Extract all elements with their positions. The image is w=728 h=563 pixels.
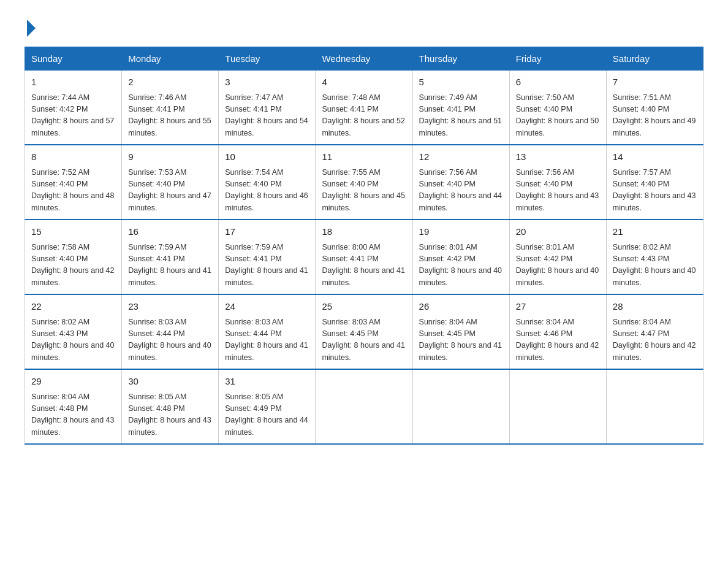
day-info: Sunrise: 7:51 AMSunset: 4:40 PMDaylight:… [613,93,696,137]
day-info: Sunrise: 7:48 AMSunset: 4:41 PMDaylight:… [322,93,405,137]
day-info: Sunrise: 8:05 AMSunset: 4:49 PMDaylight:… [225,393,308,437]
calendar-cell [606,369,703,444]
day-number: 14 [613,150,697,164]
day-info: Sunrise: 7:56 AMSunset: 4:40 PMDaylight:… [419,168,502,212]
logo-triangle-icon [27,20,36,37]
calendar-cell: 5Sunrise: 7:49 AMSunset: 4:41 PMDaylight… [412,71,509,145]
day-number: 31 [225,375,309,389]
column-header-wednesday: Wednesday [316,47,412,71]
day-number: 29 [31,375,115,389]
day-info: Sunrise: 7:58 AMSunset: 4:40 PMDaylight:… [31,243,115,287]
calendar-cell: 17Sunrise: 7:59 AMSunset: 4:41 PMDayligh… [219,220,316,294]
day-number: 15 [31,225,115,239]
day-number: 6 [516,75,600,90]
day-number: 21 [613,225,697,239]
week-row-4: 22Sunrise: 8:02 AMSunset: 4:43 PMDayligh… [25,294,703,369]
day-info: Sunrise: 8:03 AMSunset: 4:44 PMDaylight:… [128,318,211,362]
calendar-cell [509,369,606,444]
day-info: Sunrise: 8:03 AMSunset: 4:45 PMDaylight:… [322,318,405,362]
calendar-cell: 15Sunrise: 7:58 AMSunset: 4:40 PMDayligh… [25,220,122,294]
calendar-cell: 22Sunrise: 8:02 AMSunset: 4:43 PMDayligh… [25,294,122,369]
day-number: 25 [322,300,406,314]
day-number: 7 [613,75,697,90]
day-info: Sunrise: 7:52 AMSunset: 4:40 PMDaylight:… [31,168,115,212]
day-number: 16 [128,225,212,239]
calendar-cell [316,369,412,444]
day-number: 2 [128,75,212,90]
day-info: Sunrise: 8:04 AMSunset: 4:48 PMDaylight:… [31,393,115,437]
calendar-cell: 19Sunrise: 8:01 AMSunset: 4:42 PMDayligh… [412,220,509,294]
day-number: 3 [225,75,309,90]
calendar-cell: 7Sunrise: 7:51 AMSunset: 4:40 PMDaylight… [606,71,703,145]
column-header-sunday: Sunday [25,47,122,71]
calendar-cell: 18Sunrise: 8:00 AMSunset: 4:41 PMDayligh… [316,220,412,294]
calendar-cell: 24Sunrise: 8:03 AMSunset: 4:44 PMDayligh… [219,294,316,369]
logo [25,18,36,34]
day-info: Sunrise: 8:01 AMSunset: 4:42 PMDaylight:… [419,243,502,287]
calendar-cell: 20Sunrise: 8:01 AMSunset: 4:42 PMDayligh… [509,220,606,294]
calendar-cell: 26Sunrise: 8:04 AMSunset: 4:45 PMDayligh… [412,294,509,369]
column-header-friday: Friday [509,47,606,71]
day-info: Sunrise: 7:47 AMSunset: 4:41 PMDaylight:… [225,93,308,137]
column-header-monday: Monday [122,47,219,71]
calendar-table: SundayMondayTuesdayWednesdayThursdayFrid… [25,47,703,445]
day-info: Sunrise: 7:46 AMSunset: 4:41 PMDaylight:… [128,93,211,137]
day-info: Sunrise: 8:02 AMSunset: 4:43 PMDaylight:… [31,318,115,362]
day-number: 11 [322,150,406,164]
calendar-cell: 31Sunrise: 8:05 AMSunset: 4:49 PMDayligh… [219,369,316,444]
day-info: Sunrise: 7:50 AMSunset: 4:40 PMDaylight:… [516,93,599,137]
day-info: Sunrise: 8:03 AMSunset: 4:44 PMDaylight:… [225,318,308,362]
day-info: Sunrise: 8:01 AMSunset: 4:42 PMDaylight:… [516,243,599,287]
day-number: 19 [419,225,503,239]
day-number: 23 [128,300,212,314]
calendar-cell: 27Sunrise: 8:04 AMSunset: 4:46 PMDayligh… [509,294,606,369]
day-info: Sunrise: 7:56 AMSunset: 4:40 PMDaylight:… [516,168,599,212]
day-info: Sunrise: 8:02 AMSunset: 4:43 PMDaylight:… [613,243,696,287]
day-number: 8 [31,150,115,164]
day-number: 5 [419,75,503,90]
day-number: 27 [516,300,600,314]
day-number: 4 [322,75,406,90]
calendar-cell: 9Sunrise: 7:53 AMSunset: 4:40 PMDaylight… [122,145,219,220]
calendar-cell: 8Sunrise: 7:52 AMSunset: 4:40 PMDaylight… [25,145,122,220]
column-header-thursday: Thursday [412,47,509,71]
calendar-cell: 10Sunrise: 7:54 AMSunset: 4:40 PMDayligh… [219,145,316,220]
calendar-cell: 4Sunrise: 7:48 AMSunset: 4:41 PMDaylight… [316,71,412,145]
day-number: 18 [322,225,406,239]
day-number: 10 [225,150,309,164]
day-info: Sunrise: 7:59 AMSunset: 4:41 PMDaylight:… [128,243,211,287]
day-info: Sunrise: 7:49 AMSunset: 4:41 PMDaylight:… [419,93,502,137]
calendar-cell: 13Sunrise: 7:56 AMSunset: 4:40 PMDayligh… [509,145,606,220]
day-info: Sunrise: 7:53 AMSunset: 4:40 PMDaylight:… [128,168,211,212]
day-info: Sunrise: 7:59 AMSunset: 4:41 PMDaylight:… [225,243,308,287]
calendar-cell: 14Sunrise: 7:57 AMSunset: 4:40 PMDayligh… [606,145,703,220]
column-header-saturday: Saturday [606,47,703,71]
calendar-cell: 25Sunrise: 8:03 AMSunset: 4:45 PMDayligh… [316,294,412,369]
week-row-2: 8Sunrise: 7:52 AMSunset: 4:40 PMDaylight… [25,145,703,220]
calendar-header-row: SundayMondayTuesdayWednesdayThursdayFrid… [25,47,703,71]
calendar-cell: 3Sunrise: 7:47 AMSunset: 4:41 PMDaylight… [219,71,316,145]
day-number: 26 [419,300,503,314]
column-header-tuesday: Tuesday [219,47,316,71]
calendar-cell: 21Sunrise: 8:02 AMSunset: 4:43 PMDayligh… [606,220,703,294]
page-header [25,18,703,34]
day-number: 12 [419,150,503,164]
week-row-3: 15Sunrise: 7:58 AMSunset: 4:40 PMDayligh… [25,220,703,294]
day-info: Sunrise: 7:44 AMSunset: 4:42 PMDaylight:… [31,93,115,137]
day-info: Sunrise: 8:04 AMSunset: 4:47 PMDaylight:… [613,318,696,362]
day-info: Sunrise: 7:54 AMSunset: 4:40 PMDaylight:… [225,168,308,212]
day-number: 1 [31,75,115,90]
calendar-cell: 2Sunrise: 7:46 AMSunset: 4:41 PMDaylight… [122,71,219,145]
calendar-cell: 6Sunrise: 7:50 AMSunset: 4:40 PMDaylight… [509,71,606,145]
calendar-cell: 28Sunrise: 8:04 AMSunset: 4:47 PMDayligh… [606,294,703,369]
calendar-cell: 12Sunrise: 7:56 AMSunset: 4:40 PMDayligh… [412,145,509,220]
calendar-cell: 30Sunrise: 8:05 AMSunset: 4:48 PMDayligh… [122,369,219,444]
calendar-cell: 23Sunrise: 8:03 AMSunset: 4:44 PMDayligh… [122,294,219,369]
day-number: 20 [516,225,600,239]
day-info: Sunrise: 8:04 AMSunset: 4:46 PMDaylight:… [516,318,599,362]
calendar-cell: 16Sunrise: 7:59 AMSunset: 4:41 PMDayligh… [122,220,219,294]
week-row-1: 1Sunrise: 7:44 AMSunset: 4:42 PMDaylight… [25,71,703,145]
day-info: Sunrise: 7:55 AMSunset: 4:40 PMDaylight:… [322,168,405,212]
calendar-cell [412,369,509,444]
day-number: 24 [225,300,309,314]
